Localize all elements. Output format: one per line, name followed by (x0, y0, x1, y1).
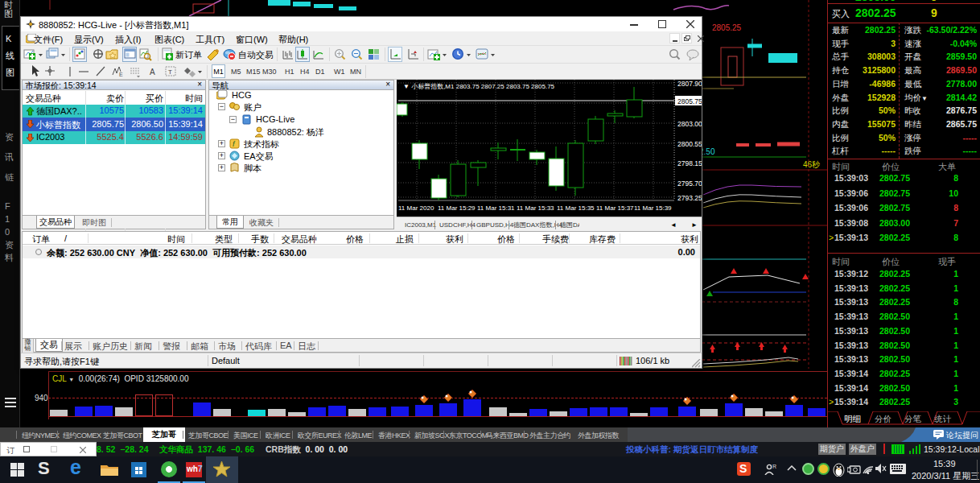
svg-text:2807.90: 2807.90 (677, 80, 702, 88)
svg-text:T: T (168, 68, 172, 76)
svg-text:11 Mar 15:37: 11 Mar 15:37 (596, 204, 634, 212)
svg-text:11 Mar 15:33: 11 Mar 15:33 (517, 204, 554, 212)
svg-text:2805.75: 2805.75 (677, 97, 702, 105)
svg-text:11 Mar 15:31: 11 Mar 15:31 (477, 204, 515, 212)
svg-text:2805.25: 2805.25 (712, 23, 742, 32)
svg-text:2803.00: 2803.00 (677, 120, 702, 128)
svg-text:A: A (150, 68, 155, 76)
svg-text:2798.15: 2798.15 (677, 159, 702, 167)
svg-text:11 Mar 15:39: 11 Mar 15:39 (634, 204, 672, 212)
svg-text:▼ 小标普指数,M1 2803.75 2807.25 28: ▼ 小标普指数,M1 2803.75 2807.25 2803.75 2805.… (403, 83, 555, 90)
svg-text:2793.25: 2793.25 (677, 194, 702, 202)
svg-text:2795.70: 2795.70 (677, 180, 702, 188)
svg-text:11 Mar 2020: 11 Mar 2020 (398, 204, 434, 212)
svg-text:2800.55: 2800.55 (677, 140, 702, 148)
svg-text:46秒: 46秒 (803, 160, 821, 169)
svg-text:E: E (119, 72, 123, 77)
svg-text:新订单: 新订单 (175, 50, 202, 60)
svg-text:2.50: 2.50 (702, 147, 715, 156)
svg-text:11 Mar 15:35: 11 Mar 15:35 (557, 204, 595, 212)
svg-text:11 Mar 15:29: 11 Mar 15:29 (438, 204, 476, 212)
svg-text:R: R (772, 464, 776, 469)
svg-text:自动交易: 自动交易 (238, 50, 274, 60)
